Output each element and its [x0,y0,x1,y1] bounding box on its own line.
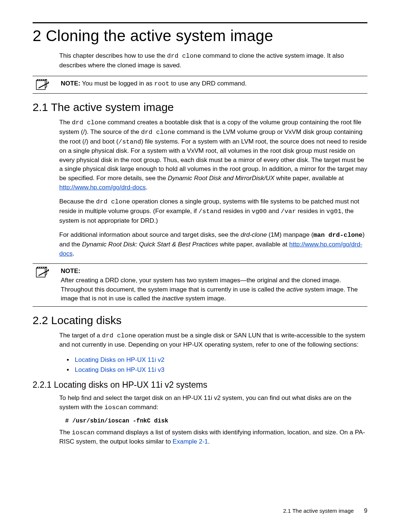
note-label: NOTE: [61,80,80,87]
text: resides in [221,208,251,215]
intro-prefix: This chapter describes how to use the [59,52,167,59]
text: The target of a [59,332,102,339]
text: . [146,184,147,191]
note-mono: root [154,80,169,87]
bullet-list: Locating Disks on HP-UX 11i v2 Locating … [67,355,367,375]
mono-text: drd clone [102,332,136,339]
crossref-example[interactable]: Example 2-1 [173,438,208,445]
mono-text: /var [281,208,296,215]
mono-text: /stand [119,138,141,145]
intro-cmd: drd clone [167,53,201,60]
svg-point-8 [39,267,40,268]
sec21-p1: The drd clone command creates a bootable… [59,118,367,192]
note-label: NOTE: [61,267,367,276]
italic-text: Dynamic Root Disk: Quick Start & Best Pr… [82,241,218,248]
svg-point-4 [43,80,44,81]
italic-text: active [286,286,303,293]
list-item: Locating Disks on HP-UX 11i v3 [67,365,367,375]
svg-point-7 [37,267,39,268]
crossref-link[interactable]: Locating Disks on HP-UX 11i v2 [75,356,164,363]
note-block-images: NOTE: After creating a DRD clone, your s… [33,263,367,307]
text: . [73,250,74,257]
mono-text: drd clone [72,119,106,126]
note-suffix: to use any DRD command. [169,80,247,87]
sec21-p3: For additional information about source … [59,230,367,258]
link-drd-docs[interactable]: http://www.hp.com/go/drd-docs [59,184,146,191]
text: . [208,438,210,445]
text: resides in [296,208,326,215]
crossref-link[interactable]: Locating Disks on HP-UX 11i v3 [75,366,164,373]
svg-point-9 [41,267,42,268]
svg-point-11 [45,267,46,268]
mono-text: drd clone [96,198,130,205]
text: white paper, available at [218,241,289,248]
text: (1M) manpage ( [267,231,313,238]
note-prefix: You must be logged in as [80,80,154,87]
page-number: 9 [364,508,367,514]
svg-point-10 [43,267,44,268]
chapter-title: 2 Cloning the active system image [33,22,367,45]
command-block: # /usr/sbin/ioscan -fnkC disk [65,418,367,424]
text: and [267,208,281,215]
bold-mono-text: man drd-clone [313,232,363,239]
intro-paragraph: This chapter describes how to use the dr… [59,51,367,70]
text: command displays a list of system disks … [59,429,365,445]
mono-text: vg00 [251,208,267,215]
svg-point-3 [41,80,42,81]
text: command: [127,404,158,411]
italic-text: Dynamic Root Disk and MirrorDisk/UX [168,175,274,182]
mono-text: vg01 [326,208,341,215]
section-2-2-1-heading: 2.2.1 Locating disks on HP-UX 11i v2 sys… [33,380,367,390]
section-2-2-heading: 2.2 Locating disks [33,314,367,327]
list-item: Locating Disks on HP-UX 11i v2 [67,355,367,365]
note-icon [36,79,49,90]
text: The [59,119,72,126]
svg-point-1 [37,80,39,81]
sec22-p1: The target of a drd clone operation must… [59,331,367,350]
page-footer: 2.1 The active system image 9 [283,508,367,514]
svg-point-2 [39,80,40,81]
svg-point-5 [45,80,46,81]
text: system image. [184,295,226,302]
text: To help find and select the target disk … [59,394,351,411]
mono-text: ioscan [72,429,94,436]
sec221-p2: The ioscan command displays a list of sy… [59,428,367,447]
text: Because the [59,198,96,205]
section-2-1-heading: 2.1 The active system image [33,101,367,114]
sec221-p1: To help find and select the target disk … [59,394,367,412]
mono-text: /stand [199,208,221,215]
italic-text: inactive [162,295,184,302]
mono-text: ioscan [104,404,127,411]
text: The [59,429,72,436]
footer-section: 2.1 The active system image [283,508,354,514]
sec21-p2: Because the drd clone operation clones a… [59,197,367,225]
note-icon [36,267,49,278]
italic-text: drd-clone [241,231,267,238]
note-block-root: NOTE: You must be logged in as root to u… [33,76,367,94]
mono-text: drd clone [141,129,175,136]
text: white paper, available at [274,175,344,182]
text: For additional information about source … [59,231,241,238]
